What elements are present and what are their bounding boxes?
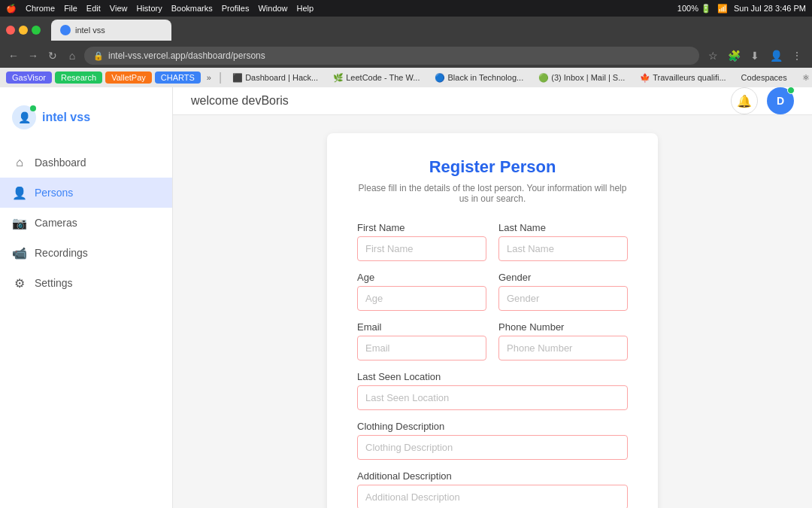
mac-menu: 🍎 Chrome File Edit View History Bookmark…: [6, 4, 314, 14]
tabs-area: intel vss: [51, 20, 806, 41]
reload-btn[interactable]: ↻: [45, 48, 60, 63]
battery-status: 100% 🔋: [677, 4, 711, 14]
minimize-window-btn[interactable]: [19, 26, 28, 35]
phone-label: Phone Number: [498, 321, 628, 333]
additional-input[interactable]: [357, 485, 628, 508]
phone-group: Phone Number: [498, 321, 628, 360]
sidebar-item-settings[interactable]: ⚙ Settings: [0, 268, 172, 298]
age-gender-row: Age Gender: [357, 272, 628, 311]
sidebar-label-dashboard: Dashboard: [35, 157, 86, 169]
profiles-menu[interactable]: Profiles: [222, 4, 250, 13]
view-menu[interactable]: View: [110, 4, 128, 13]
avatar-online-dot: [787, 87, 795, 94]
lock-icon: 🔒: [93, 51, 104, 61]
tab-label: intel vss: [75, 26, 105, 35]
sidebar-label-recordings: Recordings: [35, 247, 88, 259]
register-person-card: Register Person Please fill in the detai…: [327, 133, 658, 508]
notification-bell-btn[interactable]: 🔔: [731, 87, 758, 114]
bookmark-travailleurs[interactable]: 🍁 Travailleurs qualifi...: [634, 71, 732, 84]
clothing-input[interactable]: [357, 435, 628, 460]
close-window-btn[interactable]: [6, 26, 15, 35]
mac-status: 100% 🔋 📶 Sun Jul 28 3:46 PM: [677, 4, 806, 14]
last-name-input[interactable]: [498, 236, 628, 261]
forward-btn[interactable]: →: [26, 48, 41, 63]
main-content: welcome devBoris 🔔 D Register Person Ple…: [173, 87, 812, 508]
bookmark-charts[interactable]: CHARTS: [155, 71, 201, 84]
edit-menu[interactable]: Edit: [86, 4, 101, 13]
email-input[interactable]: [357, 336, 486, 360]
toolbar-actions: ☆ 🧩 ⬇ 👤 ⋮: [704, 47, 806, 65]
download-btn[interactable]: ⬇: [746, 47, 764, 65]
bookmark-black-tech[interactable]: 🔵 Black in Technolog...: [429, 71, 529, 84]
extensions-btn[interactable]: 🧩: [725, 47, 743, 65]
age-input[interactable]: [357, 286, 486, 311]
active-tab[interactable]: intel vss: [51, 20, 171, 41]
name-row: First Name Last Name: [357, 222, 628, 261]
apple-menu[interactable]: 🍎: [6, 4, 17, 14]
bookmark-leetcode[interactable]: 🌿 LeetCode - The W...: [327, 71, 426, 84]
bookmarks-menu[interactable]: Bookmarks: [171, 4, 213, 13]
additional-row: Additional Description: [357, 470, 628, 508]
logo-text: intel vss: [42, 111, 90, 124]
chrome-menu[interactable]: Chrome: [26, 4, 55, 13]
bookmark-separator: |: [219, 71, 222, 84]
age-label: Age: [357, 272, 486, 283]
phone-input[interactable]: [498, 336, 628, 360]
email-group: Email: [357, 321, 486, 360]
location-label: Last Seen Location: [357, 371, 628, 382]
avatar-initials: D: [777, 95, 784, 107]
sidebar-item-recordings[interactable]: 📹 Recordings: [0, 238, 172, 268]
bookmark-more-1[interactable]: »: [204, 71, 214, 84]
profile-btn[interactable]: 👤: [767, 47, 785, 65]
file-menu[interactable]: File: [64, 4, 77, 13]
history-menu[interactable]: History: [136, 4, 162, 13]
additional-label: Additional Description: [357, 470, 628, 482]
dashboard-icon: ⌂: [12, 155, 27, 170]
bookmark-dashboard[interactable]: ⬛ Dashboard | Hack...: [226, 71, 324, 84]
clothing-label: Clothing Description: [357, 421, 628, 432]
clothing-row: Clothing Description: [357, 421, 628, 460]
first-name-group: First Name: [357, 222, 486, 261]
bookmark-gasvisor[interactable]: GasVisor: [6, 71, 52, 84]
cameras-icon: 📷: [12, 215, 27, 230]
location-input[interactable]: [357, 385, 628, 410]
first-name-label: First Name: [357, 222, 486, 233]
location-group: Last Seen Location: [357, 371, 628, 410]
header-actions: 🔔 D: [731, 87, 794, 114]
bookmark-valletpay[interactable]: ValletPay: [105, 71, 152, 84]
maximize-window-btn[interactable]: [32, 26, 41, 35]
form-subtitle: Please fill in the details of the lost p…: [357, 183, 628, 204]
recordings-icon: 📹: [12, 245, 27, 260]
sidebar: 👤 intel vss ⌂ Dashboard 👤 Persons 📷 Came…: [0, 87, 173, 508]
home-btn[interactable]: ⌂: [65, 48, 80, 63]
tab-favicon: [60, 25, 71, 35]
help-menu[interactable]: Help: [297, 4, 314, 13]
menu-btn[interactable]: ⋮: [788, 47, 806, 65]
form-container: Register Person Please fill in the detai…: [173, 115, 812, 508]
address-bar: ← → ↻ ⌂ 🔒 intel-vss.vercel.app/dashboard…: [0, 44, 812, 68]
bookmark-react[interactable]: ⚛ React themes & te...: [796, 71, 812, 84]
gender-input[interactable]: [498, 286, 628, 311]
bookmark-inbox[interactable]: 🟢 (3) Inbox | Mail | S...: [532, 71, 631, 84]
form-title: Register Person: [357, 157, 628, 177]
bookmarks-bar: GasVisor Research ValletPay CHARTS » | ⬛…: [0, 68, 812, 87]
header-welcome: welcome devBoris: [191, 94, 289, 108]
back-btn[interactable]: ←: [6, 48, 21, 63]
sidebar-logo: 👤 intel vss: [0, 99, 172, 148]
first-name-input[interactable]: [357, 236, 486, 261]
sidebar-item-cameras[interactable]: 📷 Cameras: [0, 208, 172, 238]
sidebar-item-persons[interactable]: 👤 Persons: [0, 178, 172, 208]
sidebar-label-cameras: Cameras: [35, 217, 77, 229]
logo-icon: 👤: [12, 105, 36, 129]
star-btn[interactable]: ☆: [704, 47, 722, 65]
gender-label: Gender: [498, 272, 628, 283]
app-container: 👤 intel vss ⌂ Dashboard 👤 Persons 📷 Came…: [0, 87, 812, 508]
sidebar-item-dashboard[interactable]: ⌂ Dashboard: [0, 148, 172, 178]
url-bar[interactable]: 🔒 intel-vss.vercel.app/dashboard/persons: [84, 47, 699, 65]
window-menu[interactable]: Window: [258, 4, 287, 13]
user-avatar[interactable]: D: [767, 87, 794, 114]
additional-group: Additional Description: [357, 470, 628, 508]
bookmark-research[interactable]: Research: [55, 71, 102, 84]
bookmark-codespaces[interactable]: Codespaces: [735, 71, 793, 84]
last-name-label: Last Name: [498, 222, 628, 233]
